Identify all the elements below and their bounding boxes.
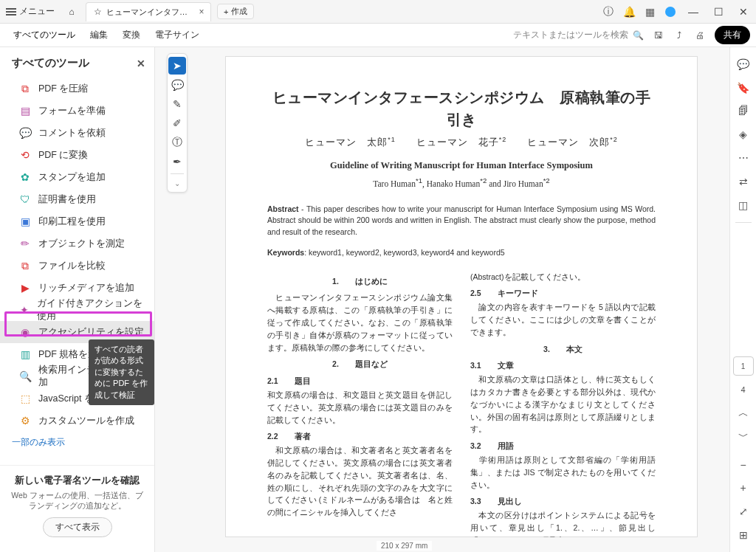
new-tab-label: 作成	[231, 6, 247, 17]
new-tab-button[interactable]: + 作成	[217, 4, 254, 19]
zoom-out-button[interactable]: −	[733, 455, 754, 475]
tool-label: ガイド付きアクションを使用	[37, 297, 147, 322]
tool-convert-pdf[interactable]: ⟲PDF に変換	[0, 144, 154, 166]
index-icon: 🔍	[19, 370, 31, 382]
home-icon: ⌂	[69, 7, 74, 17]
print-button[interactable]: 🖨	[690, 24, 710, 46]
toolbar-tab-sign[interactable]: 電子サイン	[148, 24, 207, 46]
tool-custom-tool[interactable]: ⚙カスタムツールを作成	[0, 410, 154, 432]
fit-page-button[interactable]: ⤢	[733, 502, 754, 521]
footer-show-all-button[interactable]: すべて表示	[43, 517, 112, 537]
sec-3-head: 3. 本文	[470, 343, 656, 356]
tool-label: カスタムツールを作成	[38, 415, 134, 427]
layers-icon: ◫	[738, 199, 748, 211]
save-button[interactable]: 🖫	[648, 24, 669, 46]
compare-icon: ⧉	[19, 260, 31, 272]
sec-1-body: ヒューマンインタフェースシンポジウム論文集へ掲載する原稿は、この「原稿執筆の手引…	[267, 291, 453, 353]
tool-label: PDF に変換	[38, 149, 88, 162]
attachments-panel-button[interactable]: ◈	[733, 125, 754, 144]
account-button[interactable]	[660, 0, 681, 23]
pages-panel-button[interactable]: 🗐	[733, 102, 754, 121]
page-down-button[interactable]: ﹀	[733, 427, 754, 446]
highlight-tool[interactable]: ✎	[168, 95, 186, 113]
toolbar-tab-edit[interactable]: 編集	[83, 24, 115, 46]
sign-icon: ✒	[173, 156, 182, 168]
chat-icon: 💬	[737, 58, 749, 70]
tool-label: フォームを準備	[38, 105, 106, 117]
sign-tool[interactable]: ✒	[168, 153, 186, 170]
apps-icon: ▦	[645, 6, 655, 18]
comments-panel-button[interactable]: 💬	[733, 55, 754, 74]
certificate-icon: 🛡	[19, 193, 31, 205]
menu-button[interactable]: メニュー	[0, 0, 61, 23]
bell-icon: 🔔	[623, 6, 636, 18]
sidebar-close-button[interactable]: ✕	[137, 58, 145, 69]
document-tab[interactable]: ☆ ヒューマンインタフェースシ… ×	[86, 2, 211, 21]
tool-guided-actions[interactable]: ✦ガイド付きアクションを使用	[0, 299, 154, 321]
bookmarks-panel-button[interactable]: 🔖	[733, 78, 754, 97]
pencil-icon: ✐	[173, 117, 182, 129]
maximize-button[interactable]: ☐	[706, 0, 731, 23]
minimize-button[interactable]: —	[681, 0, 706, 23]
tool-request-comments[interactable]: 💬コメントを依頼	[0, 122, 154, 144]
sec-22-body: 和文原稿の場合は、和文著者名と英文著者名を併記してください。英文原稿の場合には英…	[267, 444, 453, 519]
comment-tool[interactable]: 💬	[168, 76, 186, 94]
tool-print-production[interactable]: ▣印刷工程を使用	[0, 210, 154, 232]
tool-use-certificate[interactable]: 🛡証明書を使用	[0, 188, 154, 210]
doc-authors-jp: ヒューマン 太郎*1 ヒューマン 花子*2 ヒューマン 次郎*2	[267, 135, 656, 150]
more-icon: ⋯	[738, 152, 749, 164]
doc-title-jp: ヒューマンインタフェースシンポジウム 原稿執筆の手引き	[267, 86, 656, 131]
tool-compress-pdf[interactable]: ⧉PDF を圧縮	[0, 77, 154, 100]
text-tool[interactable]: Ⓣ	[168, 134, 186, 151]
help-button[interactable]: ⓘ	[598, 0, 619, 23]
sidebar-collapse-link[interactable]: 一部のみ表示	[0, 432, 154, 453]
tooltip: すべての読者が読める形式に変換するために PDF を作成して検証	[89, 339, 154, 405]
notifications-button[interactable]: 🔔	[619, 0, 639, 23]
tool-compare-files[interactable]: ⧉ファイルを比較	[0, 255, 154, 277]
plus-icon: +	[224, 7, 228, 16]
share-button[interactable]: 共有	[715, 26, 750, 44]
sec-32-body: 学術用語は原則として文部省編の「学術用語集」、または JIS で制定されたものを…	[470, 454, 656, 491]
upload-button[interactable]: ⤴	[669, 24, 690, 46]
toolbar-tab-convert[interactable]: 変換	[115, 24, 148, 46]
select-tool[interactable]: ➤	[168, 57, 186, 75]
print-icon: 🖨	[695, 30, 704, 41]
tool-measure-objects[interactable]: ✏オブジェクトを測定	[0, 232, 154, 255]
search-box[interactable]: テキストまたはツールを検索 🔍	[509, 29, 648, 41]
tab-close-button[interactable]: ×	[197, 6, 206, 18]
tool-rich-media[interactable]: ▶リッチメディアを追加	[0, 277, 154, 299]
star-icon: ☆	[94, 7, 102, 17]
view-settings-button[interactable]: ⊞	[733, 525, 754, 545]
home-button[interactable]: ⌂	[61, 0, 83, 23]
measure-icon: ✏	[19, 238, 31, 249]
page-up-button[interactable]: ︿	[733, 404, 754, 423]
tab-title: ヒューマンインタフェースシ…	[106, 7, 193, 18]
palette-expand[interactable]: ⌄	[168, 177, 186, 189]
doc-left-column: 1. はじめに ヒューマンインタフェースシンポジウム論文集へ掲載する原稿は、この…	[267, 271, 453, 537]
palette-separator	[171, 173, 184, 174]
tool-label: スタンプを追加	[38, 171, 106, 184]
stamp-icon: ✿	[19, 171, 31, 183]
js-icon: ⬚	[19, 393, 31, 404]
tool-prepare-form[interactable]: ▤フォームを準備	[0, 100, 154, 122]
speech-icon: 💬	[171, 79, 184, 91]
zoom-in-button[interactable]: +	[733, 479, 754, 498]
abstract-note: (Abstract)を記載してください。	[470, 271, 656, 283]
layers-button[interactable]: ◫	[733, 196, 754, 215]
tool-add-stamp[interactable]: ✿スタンプを追加	[0, 166, 154, 188]
apps-button[interactable]: ▦	[639, 0, 660, 23]
shuffle-icon: ⇄	[739, 176, 748, 187]
sec-31-body: 和文原稿の文章は口語体とし、特に英文もしくはカタカナ書きを必要とする部分以外は、…	[470, 373, 656, 435]
help-icon: ⓘ	[603, 5, 614, 18]
draw-tool[interactable]: ✐	[168, 114, 186, 132]
close-window-button[interactable]: ✕	[731, 0, 756, 23]
more-panel-button[interactable]: ⋯	[733, 148, 754, 168]
hamburger-icon	[6, 8, 16, 15]
shuffle-button[interactable]: ⇄	[733, 172, 754, 191]
compress-icon: ⧉	[19, 83, 31, 94]
print-production-icon: ▣	[19, 215, 31, 227]
accessibility-icon: ◉	[19, 326, 31, 338]
sec-1-head: 1. はじめに	[267, 275, 453, 288]
page-current[interactable]: 1	[733, 356, 754, 376]
toolbar-tab-all-tools[interactable]: すべてのツール	[6, 24, 83, 46]
